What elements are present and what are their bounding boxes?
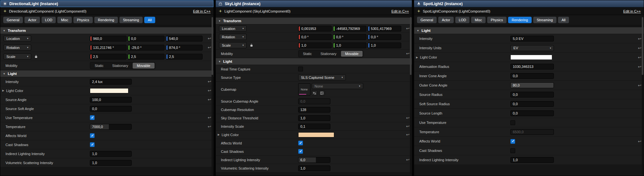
cubemap-thumbnail[interactable]: None (298, 83, 310, 96)
inner-cone-angle-input[interactable]: 0,0 (510, 73, 554, 79)
location-x-input[interactable]: 960,0 (90, 36, 127, 42)
volumetric-scattering-intensity-input[interactable]: 1,0 (90, 160, 132, 166)
tab-rendering[interactable]: Rendering (508, 17, 532, 23)
tab-misc[interactable]: Misc (57, 17, 72, 23)
titlebar[interactable]: DirectionalLight (Instance) (0, 0, 213, 7)
mobility-static-button[interactable]: Static (90, 63, 108, 69)
scale-space-dropdown[interactable]: Scale ▾ (4, 53, 31, 60)
source-soft-angle-input[interactable]: 0,0 (90, 106, 132, 112)
tab-lod[interactable]: LOD (455, 17, 470, 23)
tab-all[interactable]: All (144, 17, 155, 23)
tab-misc[interactable]: Misc (471, 17, 486, 23)
rotation-x-input[interactable]: 131,211746 ° (90, 45, 127, 51)
scale-space-dropdown[interactable]: Scale ▾ (219, 42, 247, 48)
light-color-swatch[interactable] (510, 55, 552, 60)
reset-to-default-icon[interactable]: ↩ (406, 133, 410, 137)
component-row[interactable]: LightComponent (SkyLightComponent0) Edit… (216, 7, 412, 15)
source-angle-input[interactable]: 100,0 (90, 97, 132, 103)
tab-streaming[interactable]: Streaming (119, 17, 143, 23)
sky-distance-threshold-input[interactable]: 1,0 (298, 115, 330, 121)
tab-all[interactable]: All (558, 17, 569, 23)
reset-to-default-icon[interactable]: ↩ (208, 125, 211, 129)
scale-x-input[interactable]: 1,0 (298, 42, 332, 48)
cast-shadows-checkbox[interactable] (90, 142, 95, 147)
source-radius-input[interactable]: 0,0 (510, 92, 554, 97)
location-y-input[interactable]: -44583,792969 (333, 26, 366, 32)
tab-rendering[interactable]: Rendering (94, 17, 118, 23)
expand-arrow-icon[interactable]: ▶ (2, 89, 4, 92)
tab-general[interactable]: General (417, 17, 437, 23)
section-light[interactable]: ▼ Light (216, 58, 412, 65)
scale-x-input[interactable]: 2,5 (90, 54, 127, 60)
rotation-y-input[interactable]: -29,0 ° (128, 45, 165, 51)
reset-to-default-icon[interactable]: ↩ (208, 88, 211, 93)
edit-in-cpp-link[interactable]: Edit in C++ (392, 9, 409, 13)
reset-to-default-icon[interactable]: ↩ (208, 116, 211, 120)
titlebar[interactable]: SpotLight2 (Instance) (414, 0, 644, 7)
section-light[interactable]: ▼ Light (414, 27, 644, 34)
mobility-stationary-button[interactable]: Stationary (316, 51, 341, 57)
indirect-lighting-intensity-input[interactable]: 6,0 (298, 157, 330, 163)
use-temperature-checkbox[interactable] (90, 115, 95, 120)
component-row[interactable]: DirectionalLightComponent (LightComponen… (0, 7, 213, 15)
indirect-lighting-intensity-input[interactable]: 1,0 (510, 157, 554, 163)
intensity-units-dropdown[interactable]: EV ▾ (510, 45, 554, 51)
reset-to-default-icon[interactable]: ↩ (208, 79, 211, 84)
reset-to-default-icon[interactable]: ↩ (406, 51, 410, 56)
location-z-input[interactable]: 540,0 (166, 36, 203, 42)
expand-arrow-icon[interactable]: ▶ (218, 133, 220, 136)
scrollbar-thumb[interactable] (212, 17, 213, 75)
scrollbar-thumb[interactable] (642, 17, 643, 75)
rotation-z-input[interactable]: 874,0 ° (166, 45, 203, 51)
location-space-dropdown[interactable]: Location ▾ (4, 35, 31, 42)
reset-to-default-icon[interactable]: ↩ (208, 97, 211, 102)
location-x-input[interactable]: 0,001953 (298, 26, 332, 32)
tab-general[interactable]: General (3, 17, 23, 23)
attenuation-radius-input[interactable]: 1030,346313 (510, 64, 554, 69)
location-space-dropdown[interactable]: Location ▾ (219, 25, 247, 32)
affects-world-checkbox[interactable] (298, 141, 303, 145)
mobility-stationary-button[interactable]: Stationary (108, 63, 133, 69)
indirect-lighting-intensity-input[interactable]: 1,0 (90, 151, 132, 157)
reset-to-default-icon[interactable]: ↩ (638, 55, 641, 60)
mobility-movable-button[interactable]: Movable (133, 63, 155, 69)
temperature-input[interactable]: 7000,0 (90, 124, 132, 130)
cubemap-resolution-input[interactable]: 128 (298, 107, 330, 113)
reset-to-default-icon[interactable]: ↩ (208, 45, 211, 50)
component-row[interactable]: SpotLightComponent (LightComponent0) Edi… (414, 7, 644, 15)
cast-shadows-checkbox[interactable] (510, 148, 515, 153)
rotation-y-input[interactable]: 0,0 ° (333, 34, 366, 40)
reset-to-default-icon[interactable]: ↩ (638, 65, 641, 69)
intensity-input[interactable]: 5,0 EV (510, 36, 554, 42)
reset-to-default-icon[interactable]: ↩ (406, 26, 410, 31)
section-transform[interactable]: ▼ Transform (0, 27, 213, 34)
scale-z-input[interactable]: 2,5 (166, 54, 203, 60)
source-length-input[interactable]: 0,0 (510, 110, 554, 116)
scrollbar-thumb[interactable] (410, 17, 412, 75)
reset-to-default-icon[interactable]: ↩ (406, 116, 410, 120)
expand-arrow-icon[interactable]: ▶ (416, 56, 418, 59)
titlebar[interactable]: SkyLight (Instance) (216, 0, 412, 7)
tab-physics[interactable]: Physics (487, 17, 507, 23)
mobility-static-button[interactable]: Static (299, 51, 316, 57)
volumetric-scattering-intensity-input[interactable]: 1,0 (298, 165, 330, 171)
section-light[interactable]: ▼ Light (0, 70, 213, 77)
rotation-space-dropdown[interactable]: Rotation ▾ (4, 44, 31, 51)
lock-icon[interactable] (249, 42, 254, 48)
mobility-movable-button[interactable]: Movable (341, 51, 363, 57)
rotation-x-input[interactable]: 0,0 ° (298, 34, 332, 40)
scale-z-input[interactable]: 1,0 (368, 42, 401, 48)
affects-world-checkbox[interactable] (90, 133, 95, 138)
lock-icon[interactable] (33, 54, 39, 60)
reset-to-default-icon[interactable]: ↩ (638, 37, 641, 41)
intensity-scale-input[interactable]: 0,1 (298, 124, 330, 129)
outer-cone-angle-input[interactable]: 80,0 (510, 82, 554, 88)
light-color-swatch[interactable] (90, 88, 128, 93)
tab-actor[interactable]: Actor (438, 17, 454, 23)
light-color-swatch[interactable] (298, 132, 334, 137)
tab-lod[interactable]: LOD (42, 17, 56, 23)
rotation-z-input[interactable]: 0,0 ° (368, 34, 401, 40)
affects-world-checkbox[interactable] (510, 139, 515, 144)
source-type-dropdown[interactable]: SLS Captured Scene ▾ (298, 74, 346, 80)
browse-to-asset-icon[interactable] (319, 90, 325, 96)
